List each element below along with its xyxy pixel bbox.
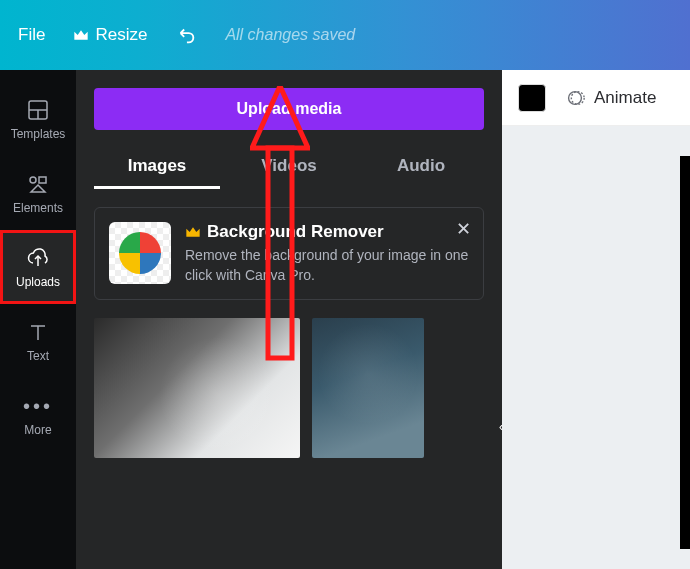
tab-audio[interactable]: Audio xyxy=(358,146,484,189)
uploads-icon xyxy=(26,246,50,270)
promo-description: Remove the background of your image in o… xyxy=(185,246,469,285)
design-element[interactable] xyxy=(680,156,690,549)
resize-button[interactable]: Resize xyxy=(73,25,147,45)
sidebar-label: Templates xyxy=(11,127,66,141)
uploads-panel: Upload media Images Videos Audio Backgro… xyxy=(76,70,502,569)
tab-images[interactable]: Images xyxy=(94,146,220,189)
elements-icon xyxy=(26,172,50,196)
uploads-tabs: Images Videos Audio xyxy=(94,146,484,189)
uploads-grid xyxy=(94,318,484,458)
color-swatch[interactable] xyxy=(518,84,546,112)
animate-label: Animate xyxy=(594,88,656,108)
background-remover-promo[interactable]: Background Remover Remove the background… xyxy=(94,207,484,300)
sidebar-label: Text xyxy=(27,349,49,363)
upload-thumbnail[interactable] xyxy=(94,318,300,458)
sidebar-item-more[interactable]: ••• More xyxy=(0,378,76,452)
crown-icon xyxy=(73,29,89,41)
promo-thumbnail xyxy=(109,222,171,284)
canvas-body[interactable] xyxy=(502,126,690,569)
sidebar-label: Elements xyxy=(13,201,63,215)
templates-icon xyxy=(26,98,50,122)
sidebar-item-uploads[interactable]: Uploads xyxy=(0,230,76,304)
undo-icon[interactable] xyxy=(175,24,197,46)
resize-label: Resize xyxy=(95,25,147,45)
top-toolbar: File Resize All changes saved xyxy=(0,0,690,70)
more-icon: ••• xyxy=(25,393,51,419)
svg-point-11 xyxy=(569,91,582,104)
svg-rect-4 xyxy=(39,177,46,183)
svg-point-3 xyxy=(30,177,36,183)
promo-close-button[interactable]: ✕ xyxy=(456,218,471,240)
sidebar-item-text[interactable]: Text xyxy=(0,304,76,378)
upload-thumbnail[interactable] xyxy=(312,318,424,458)
crown-icon xyxy=(185,226,201,238)
sidebar-label: More xyxy=(24,423,51,437)
upload-media-button[interactable]: Upload media xyxy=(94,88,484,130)
design-canvas-area: Animate xyxy=(502,70,690,569)
text-icon xyxy=(26,320,50,344)
left-sidebar: Templates Elements Uploads Text ••• More xyxy=(0,70,76,569)
sidebar-label: Uploads xyxy=(16,275,60,289)
file-menu[interactable]: File xyxy=(18,25,45,45)
animate-icon xyxy=(564,87,586,109)
sidebar-item-templates[interactable]: Templates xyxy=(0,82,76,156)
tab-videos[interactable]: Videos xyxy=(226,146,352,189)
beachball-icon xyxy=(119,232,161,274)
svg-marker-5 xyxy=(31,185,45,192)
canvas-toolbar: Animate xyxy=(502,70,690,126)
sidebar-item-elements[interactable]: Elements xyxy=(0,156,76,230)
promo-title: Background Remover xyxy=(185,222,469,242)
svg-point-12 xyxy=(571,91,584,104)
save-status: All changes saved xyxy=(225,26,355,44)
animate-button[interactable]: Animate xyxy=(564,87,656,109)
